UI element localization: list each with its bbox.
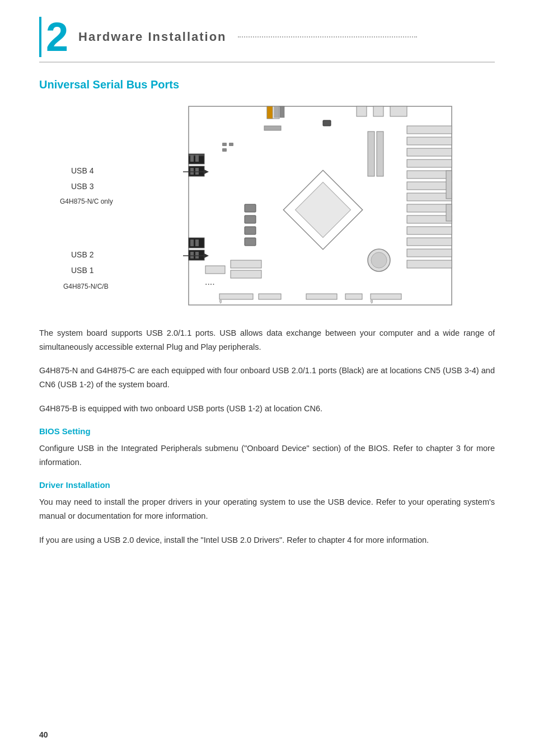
svg-rect-58	[274, 106, 279, 118]
svg-rect-10	[195, 240, 199, 246]
bios-setting-text: Configure USB in the Integrated Peripher…	[39, 442, 495, 469]
svg-rect-26	[407, 159, 452, 167]
svg-rect-37	[296, 182, 351, 238]
usb4-label: USB 4	[71, 166, 93, 175]
usb1-label: USB 1	[71, 266, 93, 275]
svg-rect-53	[306, 294, 337, 299]
svg-rect-55	[371, 294, 401, 299]
svg-rect-43	[245, 204, 256, 212]
svg-rect-23	[407, 126, 452, 134]
g4h875-ncb-label: G4H875-N/C/B	[63, 283, 109, 290]
svg-point-48	[371, 252, 387, 268]
svg-rect-20	[357, 106, 367, 116]
svg-rect-22	[390, 106, 407, 116]
svg-rect-31	[407, 215, 452, 223]
svg-rect-4	[195, 155, 199, 162]
svg-rect-6	[190, 168, 194, 175]
svg-rect-45	[245, 227, 256, 234]
paragraph-2: G4H875-N and G4H875-C are each equipped …	[39, 364, 495, 391]
chapter-number-block: 2	[39, 17, 68, 57]
svg-rect-25	[407, 148, 452, 156]
svg-text:g: g	[371, 299, 373, 303]
usb2-label: USB 2	[71, 250, 93, 259]
page-number: 40	[39, 730, 48, 739]
svg-rect-65	[446, 204, 452, 221]
paragraph-1: The system board supports USB 2.0/1.1 po…	[39, 326, 495, 354]
svg-rect-21	[373, 106, 383, 116]
svg-rect-27	[407, 171, 452, 179]
page-container: 2 Hardware Installation Universal Serial…	[0, 0, 534, 756]
svg-rect-34	[407, 249, 452, 257]
svg-marker-17	[204, 253, 209, 258]
diagram-wrapper: USB 4 USB 3 G4H875-N/C only USB 2 USB 1 …	[54, 104, 480, 311]
svg-rect-60	[323, 120, 331, 126]
driver-paragraph-2: If you are using a USB 2.0 device, insta…	[39, 533, 495, 547]
svg-rect-30	[407, 204, 452, 212]
chapter-number: 2	[39, 17, 68, 57]
svg-rect-24	[407, 137, 452, 145]
g4h875-nc-label: G4H875-N/C only	[60, 198, 113, 205]
bios-setting-title: BIOS Setting	[39, 426, 495, 436]
diagram-area: USB 4 USB 3 G4H875-N/C only USB 2 USB 1 …	[39, 104, 495, 311]
svg-rect-42	[231, 270, 261, 278]
svg-rect-62	[229, 143, 233, 146]
svg-rect-19	[267, 106, 273, 119]
svg-rect-12	[190, 252, 194, 259]
svg-rect-29	[407, 193, 452, 201]
svg-rect-9	[190, 240, 194, 246]
chapter-header: 2 Hardware Installation	[39, 17, 495, 63]
dotted-line-decoration	[238, 36, 417, 37]
driver-installation-title: Driver Installation	[39, 480, 495, 490]
svg-rect-7	[195, 168, 199, 175]
svg-text:• • • •: • • • •	[205, 282, 214, 286]
paragraph-3: G4H875-B is equipped with two onboard US…	[39, 402, 495, 416]
svg-rect-35	[407, 260, 452, 268]
svg-rect-41	[231, 260, 261, 268]
svg-rect-32	[407, 227, 452, 234]
svg-text:g: g	[219, 299, 222, 303]
svg-rect-63	[222, 148, 227, 152]
svg-rect-52	[259, 294, 281, 299]
chapter-title: Hardware Installation	[78, 30, 417, 44]
svg-rect-59	[280, 106, 284, 118]
svg-rect-28	[407, 182, 452, 190]
svg-rect-46	[245, 238, 256, 246]
motherboard-diagram: • • • • g g	[133, 104, 457, 311]
svg-marker-15	[204, 170, 209, 174]
chapter-title-text: Hardware Installation	[78, 30, 227, 44]
driver-paragraph-1: You may need to install the proper drive…	[39, 495, 495, 523]
section-title: Universal Serial Bus Ports	[39, 78, 495, 91]
svg-rect-3	[190, 155, 194, 162]
svg-rect-51	[219, 294, 253, 299]
svg-rect-64	[446, 171, 452, 199]
svg-rect-39	[377, 132, 383, 176]
svg-rect-33	[407, 238, 452, 246]
usb3-label: USB 3	[71, 182, 93, 191]
svg-rect-38	[368, 132, 374, 176]
svg-rect-49	[205, 266, 225, 274]
svg-rect-61	[222, 143, 227, 146]
svg-rect-40	[264, 126, 281, 130]
svg-rect-54	[345, 294, 362, 299]
svg-rect-44	[245, 215, 256, 223]
svg-rect-13	[195, 252, 199, 259]
